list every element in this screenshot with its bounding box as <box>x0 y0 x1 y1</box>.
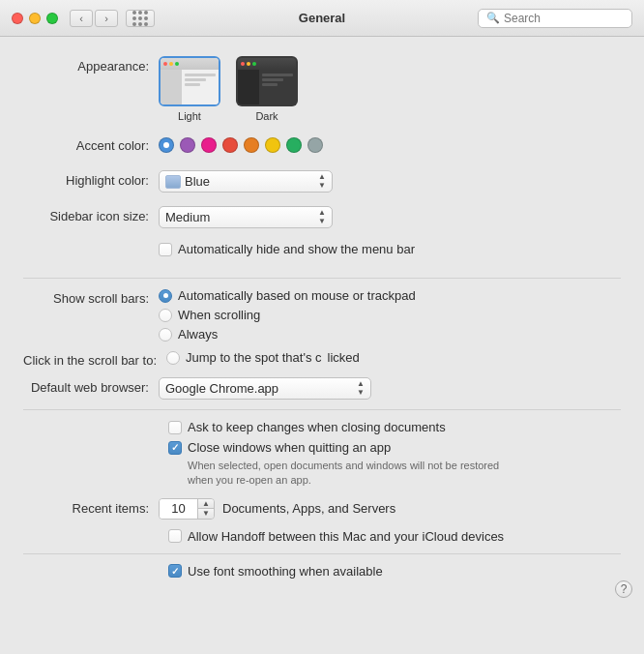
appearance-option-dark[interactable]: Dark <box>236 56 298 122</box>
content-area: Appearance: <box>0 37 644 606</box>
search-box[interactable]: 🔍 <box>478 9 632 28</box>
scroll-scrolling-row: When scrolling <box>159 308 416 322</box>
recent-items-control: 10 ▲ ▼ Documents, Apps, and Servers <box>159 498 395 520</box>
web-browser-arrows[interactable]: ▲ ▼ <box>357 380 365 397</box>
highlight-color-dropdown[interactable]: Blue ▲ ▼ <box>159 170 333 193</box>
handoff-row: Allow Handoff between this Mac and your … <box>168 529 621 544</box>
accent-orange[interactable] <box>244 137 259 153</box>
recent-items-value: 10 <box>160 499 198 519</box>
highlight-color-label: Highlight color: <box>23 170 159 192</box>
click-scroll-row: Click in the scroll bar to: Jump to the … <box>23 350 621 372</box>
dropdown-stepper-arrows[interactable]: ▲ ▼ <box>318 173 326 190</box>
appearance-thumb-light[interactable] <box>159 56 220 106</box>
menu-bar-row: Automatically hide and show the menu bar <box>23 242 621 264</box>
keep-changes-checkbox[interactable] <box>168 421 182 434</box>
accent-color-row: Accent color: <box>23 135 621 157</box>
accent-color-label: Accent color: <box>23 135 159 157</box>
scroll-always-label: Always <box>178 327 218 342</box>
window-title: General <box>299 11 345 25</box>
keep-changes-row: Ask to keep changes when closing documen… <box>168 420 621 434</box>
close-windows-row: Close windows when quitting an app <box>168 440 621 455</box>
font-smoothing-row: Use font smoothing when available <box>168 564 621 579</box>
scroll-bars-label: Show scroll bars: <box>23 288 159 310</box>
scroll-bars-options: Automatically based on mouse or trackpad… <box>159 288 416 346</box>
menu-bar-text: Automatically hide and show the menu bar <box>178 242 415 256</box>
sidebar-icon-size-row: Sidebar icon size: Medium ▲ ▼ <box>23 206 621 228</box>
click-partial: licked <box>328 350 360 365</box>
click-scroll-option-row: Jump to the spot that's clicked <box>166 350 360 365</box>
click-scroll-options: Jump to the spot that's clicked <box>166 350 360 370</box>
sidebar-icon-size-label: Sidebar icon size: <box>23 206 159 227</box>
close-windows-text: Close windows when quitting an app <box>188 440 391 455</box>
scroll-always-row: Always <box>159 327 416 342</box>
accent-pink[interactable] <box>201 137 217 153</box>
stepper-up-button[interactable]: ▲ <box>198 499 214 510</box>
sidebar-up-arrow: ▲ <box>318 209 326 217</box>
highlight-color-row: Highlight color: Blue ▲ ▼ <box>23 170 621 193</box>
appearance-dark-label: Dark <box>255 110 278 122</box>
appearance-light-label: Light <box>178 110 201 122</box>
search-input[interactable] <box>504 12 624 25</box>
title-bar: ‹ › General 🔍 <box>0 0 644 37</box>
sidebar-down-arrow: ▼ <box>318 218 326 225</box>
web-browser-dropdown[interactable]: Google Chrome.app ▲ ▼ <box>159 377 371 400</box>
accent-yellow[interactable] <box>265 137 280 153</box>
web-browser-down-arrow: ▼ <box>357 389 365 397</box>
web-browser-row: Default web browser: Google Chrome.app ▲… <box>23 377 621 400</box>
scroll-auto-radio[interactable] <box>159 289 172 303</box>
appearance-options: Light <box>159 56 298 122</box>
highlight-color-swatch <box>165 175 181 189</box>
close-windows-checkbox[interactable] <box>168 441 182 455</box>
appearance-option-light[interactable]: Light <box>159 56 220 122</box>
appearance-thumb-dark[interactable] <box>236 56 298 106</box>
close-windows-subtext: When selected, open documents and window… <box>188 459 516 489</box>
grid-button[interactable] <box>126 10 155 27</box>
scroll-auto-row: Automatically based on mouse or trackpad <box>159 288 416 303</box>
scroll-always-radio[interactable] <box>159 328 172 342</box>
accent-red[interactable] <box>222 137 238 153</box>
close-button[interactable] <box>12 13 23 24</box>
stepper-down-button[interactable]: ▼ <box>198 509 214 519</box>
keep-changes-text: Ask to keep changes when closing documen… <box>188 420 446 434</box>
scroll-scrolling-label: When scrolling <box>178 308 260 322</box>
accent-gray[interactable] <box>307 137 323 153</box>
fullscreen-button[interactable] <box>46 13 58 24</box>
web-browser-value: Google Chrome.app <box>165 381 357 396</box>
back-button[interactable]: ‹ <box>70 10 93 27</box>
recent-items-label: Recent items: <box>23 498 159 520</box>
accent-color-options <box>159 135 323 153</box>
divider-1 <box>23 278 621 279</box>
scroll-scrolling-radio[interactable] <box>159 309 172 322</box>
click-jump-text: Jump to the spot that's c <box>186 350 322 365</box>
recent-items-stepper[interactable]: 10 ▲ ▼ <box>159 498 215 520</box>
stepper-buttons: ▲ ▼ <box>198 499 214 519</box>
menu-bar-checkbox[interactable] <box>159 243 172 256</box>
font-smoothing-text: Use font smoothing when available <box>188 564 383 579</box>
recent-items-row: Recent items: 10 ▲ ▼ Documents, Apps, an… <box>23 498 621 520</box>
divider-3 <box>23 553 621 554</box>
accent-blue[interactable] <box>159 137 174 153</box>
nav-buttons: ‹ › <box>70 10 118 27</box>
accent-green[interactable] <box>286 137 302 153</box>
sidebar-icon-size-dropdown[interactable]: Medium ▲ ▼ <box>159 206 333 228</box>
font-smoothing-checkbox[interactable] <box>168 564 182 578</box>
click-scroll-label: Click in the scroll bar to: <box>23 350 166 372</box>
bottom-bar: ? <box>615 580 632 598</box>
click-jump-radio[interactable] <box>166 351 180 365</box>
web-browser-label: Default web browser: <box>23 377 159 399</box>
back-arrow-icon: ‹ <box>79 13 83 24</box>
sidebar-dropdown-arrows[interactable]: ▲ ▼ <box>318 209 326 225</box>
minimize-button[interactable] <box>29 13 41 24</box>
forward-arrow-icon: › <box>104 13 108 24</box>
scroll-bars-row: Show scroll bars: Automatically based on… <box>23 288 621 346</box>
highlight-color-value: Blue <box>185 174 318 189</box>
web-browser-up-arrow: ▲ <box>357 380 365 388</box>
handoff-checkbox[interactable] <box>168 529 182 543</box>
help-button[interactable]: ? <box>615 580 632 598</box>
forward-button[interactable]: › <box>95 10 118 27</box>
scroll-auto-label: Automatically based on mouse or trackpad <box>178 288 416 303</box>
search-icon: 🔍 <box>486 12 500 24</box>
sidebar-icon-size-value: Medium <box>165 210 318 224</box>
dropdown-up-arrow: ▲ <box>318 173 326 181</box>
accent-purple[interactable] <box>180 137 195 153</box>
